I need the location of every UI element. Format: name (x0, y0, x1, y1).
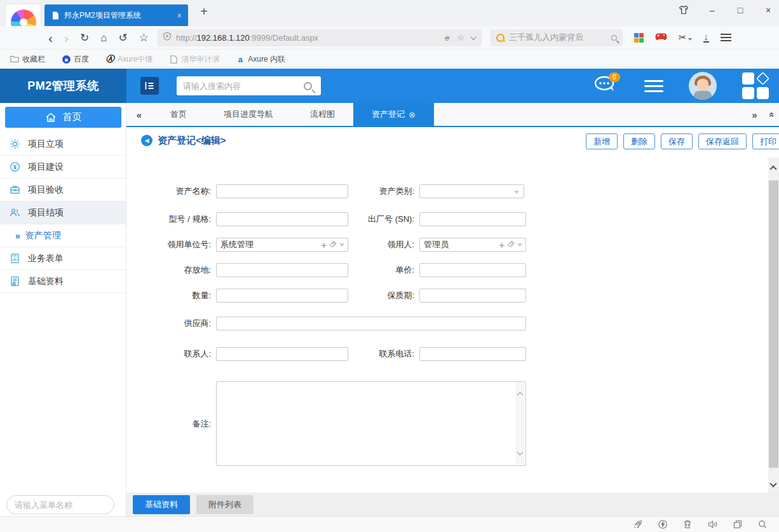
tab-basic-data[interactable]: 基础资料 (133, 495, 190, 514)
browser-tab[interactable]: 邦永PM2项目管理系统 × (44, 4, 188, 26)
scroll-down-icon[interactable] (517, 449, 524, 456)
add-button[interactable]: 新增 (586, 133, 618, 149)
user-avatar[interactable] (689, 72, 717, 100)
screenshot-scissors-icon[interactable]: ✂ (679, 32, 692, 43)
minimize-button[interactable]: – (707, 6, 718, 15)
lookup-add-icon[interactable]: + (321, 240, 327, 250)
tab-close-icon[interactable]: ⊗ (409, 110, 416, 119)
tab-asset-registration[interactable]: 资产登记 ⊗ (353, 103, 434, 126)
bookmark-audit[interactable]: 清华审计演 (169, 54, 219, 65)
user-input[interactable] (420, 240, 499, 250)
speed-mode-icon[interactable] (658, 519, 668, 529)
tab-attachments[interactable]: 附件列表 (196, 495, 254, 514)
sidebar-item-basic-data[interactable]: 基础资料 (0, 270, 126, 293)
forward-icon[interactable]: › (64, 31, 69, 44)
bookmark-folder[interactable]: 收藏栏 (10, 54, 45, 65)
bookmark-star-icon[interactable]: ☆ (457, 33, 464, 43)
sidebar-item-project-closing[interactable]: 项目结项 (0, 201, 126, 224)
form-row: 联系人: 联系电话: (126, 347, 779, 361)
scroll-up-icon[interactable] (517, 392, 524, 399)
app-search-input[interactable] (177, 81, 304, 91)
tab-project-progress[interactable]: 项目进度导航 (205, 103, 292, 126)
download-icon[interactable]: ↓ (703, 32, 710, 43)
lookup-caret-icon[interactable] (517, 243, 522, 247)
main-scrollbar[interactable] (768, 158, 779, 493)
boost-rocket-icon[interactable] (633, 519, 643, 529)
asset-type-select[interactable] (419, 184, 524, 198)
apps-grid-icon[interactable] (634, 33, 644, 43)
delete-button[interactable]: 删除 (623, 133, 655, 149)
tabs-scroll-right-icon[interactable]: » (752, 110, 757, 119)
model-input[interactable] (216, 212, 348, 226)
sidebar-item-asset-management[interactable]: » 资产管理 (0, 224, 126, 247)
windows-overlay-icon[interactable] (733, 519, 743, 529)
tab-home[interactable]: 首页 (152, 103, 205, 126)
modules-grid-icon[interactable] (742, 72, 770, 99)
theme-skin-icon[interactable] (679, 5, 690, 15)
browser-menu-icon[interactable] (721, 37, 731, 38)
unit-input[interactable] (217, 240, 321, 250)
scissors-dropdown-icon[interactable] (688, 38, 692, 41)
sidebar-item-project-construction[interactable]: 项目建设 (0, 156, 126, 179)
user-lookup[interactable]: + (419, 238, 526, 252)
sidebar-item-project-initiation[interactable]: 项目立项 (0, 133, 126, 156)
messages-button[interactable]: 0 (592, 75, 619, 97)
bookmark-axure-relay[interactable]: Ⓐ Axure中继 (105, 54, 152, 65)
menu-search (6, 495, 114, 514)
home-icon[interactable]: ⌂ (100, 32, 107, 43)
zoom-search-icon[interactable] (757, 519, 768, 529)
quantity-input[interactable] (216, 289, 348, 303)
sidebar-item-business-forms[interactable]: 业务表单 (0, 247, 126, 270)
unit-lookup[interactable]: + (216, 238, 348, 252)
phone-input[interactable] (419, 347, 526, 361)
app-menu-icon[interactable] (644, 85, 663, 87)
compat-mode-icon[interactable]: e (445, 33, 449, 43)
lookup-add-icon[interactable]: + (499, 240, 505, 250)
tabs-scroll-left-icon[interactable]: « (126, 103, 152, 126)
print-button[interactable]: 打印 (752, 133, 779, 149)
sn-input[interactable] (419, 212, 526, 226)
collapse-panel-icon[interactable]: » (765, 112, 775, 117)
location-input[interactable] (216, 263, 348, 277)
scrollbar-thumb[interactable] (769, 181, 778, 468)
close-button[interactable]: × (762, 6, 774, 15)
refresh-icon[interactable]: ↻ (80, 32, 89, 43)
undo-icon[interactable]: ↺ (119, 32, 128, 43)
bookmark-baidu[interactable]: 百度 (62, 54, 89, 65)
asset-name-input[interactable] (216, 184, 348, 198)
page-title: 资产登记<编辑> (158, 135, 226, 147)
bookmark-axure-internal[interactable]: a Axure 内联 (236, 54, 285, 65)
search-icon[interactable] (611, 35, 617, 41)
back-icon[interactable]: ‹ (48, 31, 53, 44)
address-bar[interactable]: http://192.168.1.120:9999/Default.aspx e… (158, 29, 482, 46)
tab-flowchart[interactable]: 流程图 (292, 103, 353, 126)
urlbar-dropdown-icon[interactable] (470, 34, 477, 40)
new-tab-button[interactable]: + (196, 5, 212, 18)
back-button[interactable]: ◀ (141, 135, 152, 146)
lookup-clear-icon[interactable] (507, 239, 515, 250)
trash-icon[interactable] (682, 519, 693, 529)
app-search-icon[interactable] (304, 82, 312, 90)
favorite-star-icon[interactable]: ☆ (139, 32, 149, 43)
volume-icon[interactable] (707, 519, 718, 529)
menu-search-input[interactable] (7, 500, 134, 510)
remark-textarea[interactable] (216, 381, 526, 466)
contact-input[interactable] (216, 347, 348, 361)
games-icon[interactable] (655, 32, 667, 43)
price-input[interactable] (419, 263, 526, 277)
save-button[interactable]: 保存 (661, 133, 693, 149)
supplier-input[interactable] (216, 317, 526, 331)
phone-label: 联系电话: (342, 347, 414, 361)
lookup-clear-icon[interactable] (329, 239, 337, 250)
save-return-button[interactable]: 保存返回 (698, 133, 747, 149)
sidebar-toggle-button[interactable] (140, 77, 159, 95)
scroll-down-icon[interactable] (769, 480, 776, 487)
maximize-button[interactable]: □ (735, 6, 746, 15)
warranty-input[interactable] (419, 289, 526, 303)
scroll-up-icon[interactable] (769, 165, 776, 172)
tab-close-icon[interactable]: × (177, 11, 182, 20)
textarea-scrollbar[interactable] (515, 383, 525, 465)
sidebar-home-button[interactable]: 首页 (5, 107, 121, 128)
browser-search-box[interactable]: 三千孤儿入内蒙背后 (491, 29, 623, 46)
sidebar-item-project-acceptance[interactable]: 项目验收 (0, 179, 126, 201)
